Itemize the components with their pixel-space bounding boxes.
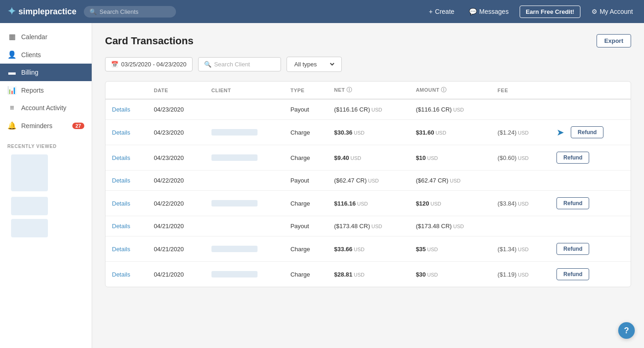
cell-action: ➤Refund — [550, 120, 631, 145]
transactions-table-body: Details04/23/2020Payout($116.16 CR)USD($… — [105, 99, 631, 287]
cell-date: 04/22/2020 — [147, 171, 205, 191]
col-action — [550, 82, 631, 99]
reports-icon: 📊 — [7, 86, 17, 94]
sidebar-item-clients[interactable]: 👤 Clients — [0, 46, 92, 64]
refund-button[interactable]: Refund — [556, 243, 589, 255]
col-fee: FEE — [491, 82, 550, 99]
sidebar: ▦ Calendar 👤 Clients ▬ Billing 📊 Reports… — [0, 23, 92, 348]
search-clients-input[interactable] — [100, 8, 164, 15]
refund-button[interactable]: Refund — [556, 197, 589, 209]
cell-amount: $35USD — [410, 236, 491, 262]
details-link[interactable]: Details — [112, 154, 130, 161]
details-link[interactable]: Details — [112, 129, 130, 136]
cell-type: Payout — [284, 171, 328, 191]
sidebar-item-reminders[interactable]: 🔔 Reminders 27 — [0, 117, 92, 135]
cell-details: Details — [105, 120, 147, 145]
cell-details: Details — [105, 171, 147, 191]
col-details — [105, 82, 147, 99]
search-client-input[interactable] — [214, 61, 274, 68]
cell-fee: ($1.34)USD — [491, 236, 550, 262]
cell-fee: ($0.60)USD — [491, 145, 550, 171]
sidebar-item-label: Reports — [21, 87, 44, 94]
cell-client — [205, 262, 284, 287]
arrow-indicator: ➤ — [556, 127, 564, 138]
recently-viewed-label: RECENTLY VIEWED — [0, 138, 92, 151]
details-link[interactable]: Details — [112, 200, 130, 207]
table-row: Details04/21/2020Charge$28.81USD$30USD($… — [105, 262, 631, 287]
cell-client — [205, 120, 284, 145]
create-button[interactable]: + Create — [425, 6, 458, 18]
recently-viewed-thumb-3[interactable] — [11, 219, 48, 237]
type-filter[interactable]: All types Charge Payout Refund — [287, 57, 342, 72]
cell-fee — [491, 171, 550, 191]
table-row: Details04/23/2020Charge$30.36USD$31.60US… — [105, 120, 631, 145]
cell-client — [205, 145, 284, 171]
cell-action — [550, 100, 631, 112]
reminders-badge: 27 — [72, 123, 84, 129]
sidebar-item-billing[interactable]: ▬ Billing — [0, 64, 92, 81]
cell-net: $30.36USD — [328, 120, 409, 145]
cell-client — [205, 99, 284, 120]
cell-fee: ($3.84)USD — [491, 191, 550, 216]
details-link[interactable]: Details — [112, 177, 130, 184]
details-link[interactable]: Details — [112, 246, 130, 253]
cell-action: Refund — [550, 236, 631, 261]
amount-info-icon: ⓘ — [441, 87, 447, 93]
table-header-row: DATE CLIENT TYPE NET ⓘ AMOUNT ⓘ FEE — [105, 82, 631, 99]
sidebar-item-label: Account Activity — [21, 104, 66, 112]
date-range-filter[interactable]: 📅 03/25/2020 - 04/23/2020 — [105, 57, 193, 71]
table-row: Details04/22/2020Charge$116.16USD$120USD… — [105, 191, 631, 216]
col-date: DATE — [147, 82, 205, 99]
cell-client — [205, 171, 284, 191]
refund-button[interactable]: Refund — [571, 126, 603, 138]
cell-amount: $10USD — [410, 145, 491, 171]
earn-credit-button[interactable]: Earn Free Credit! — [520, 6, 580, 18]
cell-details: Details — [105, 145, 147, 171]
col-amount: AMOUNT ⓘ — [410, 82, 491, 99]
activity-icon: ≡ — [7, 104, 17, 112]
cell-net: ($173.48 CR)USD — [328, 216, 409, 236]
cell-details: Details — [105, 99, 147, 120]
cell-action: Refund — [550, 145, 631, 170]
client-name-blurred — [211, 154, 258, 161]
cell-type: Charge — [284, 120, 328, 145]
export-button[interactable]: Export — [597, 34, 631, 47]
sidebar-item-label: Clients — [21, 51, 41, 59]
cell-type: Charge — [284, 236, 328, 262]
sidebar-item-calendar[interactable]: ▦ Calendar — [0, 28, 92, 46]
cell-amount: $31.60USD — [410, 120, 491, 145]
cell-action: Refund — [550, 262, 631, 287]
top-navigation: ✦ simplepractice 🔍 + Create 💬 Messages E… — [0, 0, 644, 23]
details-link[interactable]: Details — [112, 223, 130, 230]
sidebar-item-reports[interactable]: 📊 Reports — [0, 81, 92, 99]
cell-fee: ($1.24)USD — [491, 120, 550, 145]
table-row: Details04/23/2020Payout($116.16 CR)USD($… — [105, 99, 631, 120]
recently-viewed-thumb-2[interactable] — [11, 197, 48, 215]
help-button[interactable]: ? — [618, 322, 635, 339]
sidebar-item-account-activity[interactable]: ≡ Account Activity — [0, 99, 92, 117]
cell-type: Charge — [284, 262, 328, 287]
messages-button[interactable]: 💬 Messages — [465, 6, 512, 18]
cell-details: Details — [105, 216, 147, 236]
client-name-blurred — [211, 246, 258, 252]
refund-button[interactable]: Refund — [556, 268, 589, 280]
transactions-table-container: DATE CLIENT TYPE NET ⓘ AMOUNT ⓘ FEE — [105, 81, 631, 287]
cell-fee — [491, 99, 550, 120]
cell-date: 04/23/2020 — [147, 145, 205, 171]
refund-button[interactable]: Refund — [556, 152, 589, 164]
cell-type: Payout — [284, 216, 328, 236]
page-layout: ▦ Calendar 👤 Clients ▬ Billing 📊 Reports… — [0, 0, 644, 348]
cell-action — [550, 216, 631, 229]
recently-viewed-thumb-1[interactable] — [11, 154, 48, 191]
app-name: simplepractice — [18, 7, 76, 17]
type-select-dropdown[interactable]: All types Charge Payout Refund — [293, 60, 336, 68]
my-account-button[interactable]: ⚙ My Account — [588, 6, 637, 18]
app-logo[interactable]: ✦ simplepractice — [7, 6, 76, 18]
details-link[interactable]: Details — [112, 106, 130, 113]
calendar-icon: ▦ — [7, 32, 17, 41]
date-range-value: 03/25/2020 - 04/23/2020 — [121, 61, 187, 68]
cell-net: $28.81USD — [328, 262, 409, 287]
filters-bar: 📅 03/25/2020 - 04/23/2020 🔍 All types Ch… — [105, 57, 631, 72]
details-link[interactable]: Details — [112, 271, 130, 278]
table-row: Details04/22/2020Payout($62.47 CR)USD($6… — [105, 171, 631, 191]
